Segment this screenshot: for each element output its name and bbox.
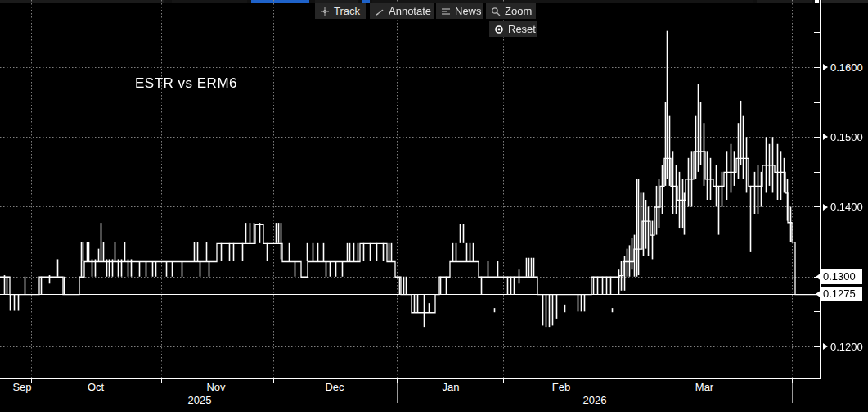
x-axis-month-label: Feb — [552, 381, 570, 393]
y-axis-tick — [814, 32, 820, 33]
zoom-button-label: Zoom — [505, 5, 532, 17]
tick-arrow-icon — [823, 204, 828, 211]
year-separator-tick — [792, 383, 793, 403]
track-crosshair-icon — [320, 7, 330, 16]
y-axis-tick — [814, 67, 820, 68]
year-separator-tick — [397, 383, 398, 403]
reset-target-icon — [494, 25, 504, 34]
price-box-0-1300: 0.1300 — [816, 269, 862, 284]
reset-button[interactable]: Reset — [489, 21, 537, 37]
x-axis-tick — [273, 379, 274, 383]
y-axis-tick — [814, 311, 820, 312]
zoom-magnifier-icon — [491, 7, 501, 16]
x-axis-month-label: Sep — [12, 381, 31, 393]
x-axis-tick — [503, 379, 504, 383]
y-tick-label: 0.1600 — [823, 60, 863, 75]
y-axis-tick — [814, 277, 820, 278]
chart-title: ESTR vs ERM6 — [135, 75, 237, 92]
zoom-button[interactable]: Zoom — [486, 3, 536, 19]
annotate-button[interactable]: Annotate — [370, 3, 434, 19]
tick-arrow-icon — [823, 64, 828, 70]
track-button-label: Track — [334, 5, 360, 17]
y-axis-tick — [814, 137, 820, 138]
annotate-button-label: Annotate — [389, 5, 431, 17]
news-lines-icon — [441, 7, 451, 16]
y-axis-tick — [814, 346, 820, 347]
price-box-0-1275: 0.1275 — [816, 287, 862, 301]
x-axis-year-label: 2026 — [583, 394, 607, 406]
top-strip-segment — [822, 0, 868, 3]
x-axis-month-label: Nov — [206, 381, 225, 393]
track-button[interactable]: Track — [315, 3, 366, 19]
price-box-arrow-icon — [816, 290, 821, 298]
y-axis-tick — [814, 172, 820, 173]
x-axis-month-label: Mar — [695, 381, 713, 393]
x-axis-month-label: Jan — [443, 381, 460, 393]
y-tick-label: 0.1500 — [823, 129, 863, 144]
tick-arrow-icon — [823, 134, 828, 140]
tick-arrow-icon — [823, 343, 828, 350]
y-tick-label: 0.1400 — [823, 200, 863, 215]
bloomberg-chart-window: { "window": { "title": "ESTR vs ERM6" },… — [0, 0, 868, 412]
y-axis-tick — [814, 206, 820, 207]
x-axis-line[interactable] — [0, 378, 821, 379]
y-axis-tick — [814, 242, 820, 242]
x-axis-tick — [161, 379, 162, 383]
x-axis-month-label: Dec — [325, 381, 344, 393]
x-axis-month-label: Oct — [88, 381, 104, 393]
y-tick-label: 0.1200 — [823, 339, 863, 354]
x-axis-tick — [618, 379, 618, 383]
x-axis-tick — [31, 379, 32, 383]
news-button[interactable]: News — [436, 3, 483, 19]
x-axis-year-label: 2025 — [188, 394, 212, 406]
annotate-pencil-icon — [375, 7, 385, 16]
news-button-label: News — [455, 5, 482, 17]
chart-plot-area[interactable] — [0, 0, 820, 378]
reset-button-label: Reset — [508, 23, 536, 35]
y-axis-tick — [814, 102, 820, 103]
y-axis-line[interactable] — [820, 0, 821, 379]
